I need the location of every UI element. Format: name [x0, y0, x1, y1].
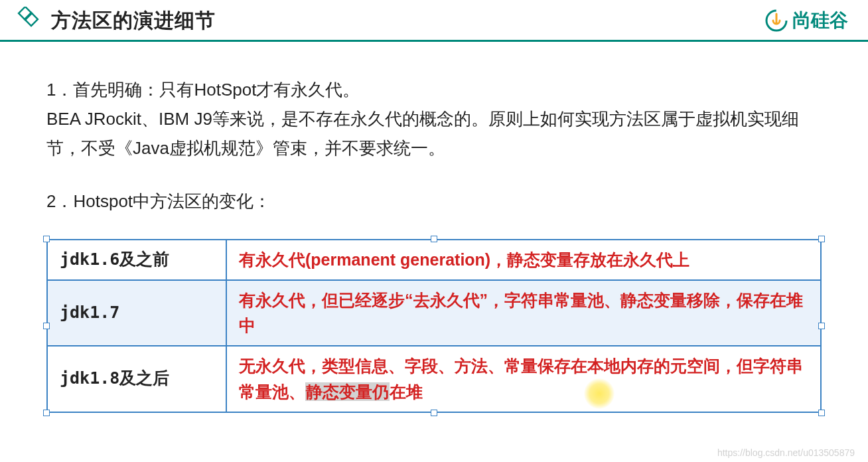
cell-desc: 有永久代，但已经逐步“去永久代”，字符串常量池、静态变量移除，保存在堆中: [226, 280, 821, 346]
para1-line1: 1．首先明确：只有HotSpot才有永久代。: [46, 80, 360, 100]
paragraph-2: 2．Hotspot中方法区的变化：: [46, 187, 822, 216]
selection-handle[interactable]: [818, 236, 825, 242]
brand-logo: 尚硅谷: [764, 8, 848, 33]
selection-handle[interactable]: [818, 410, 825, 416]
selection-handle[interactable]: [43, 236, 50, 242]
version-table[interactable]: jdk1.6及之前 有永久代(permanent generation)，静态变…: [46, 239, 822, 413]
logo-text: 尚硅谷: [792, 8, 848, 33]
selection-handle[interactable]: [43, 410, 50, 416]
table-row: jdk1.6及之前 有永久代(permanent generation)，静态变…: [47, 240, 821, 280]
selection-handle[interactable]: [431, 410, 437, 416]
slide-header: 方法区的演进细节 尚硅谷: [0, 0, 868, 42]
desc-suffix: 在堆: [390, 382, 423, 401]
table-row: jdk1.8及之后 无永久代，类型信息、字段、方法、常量保存在本地内存的元空间，…: [47, 346, 821, 412]
paragraph-1: 1．首先明确：只有HotSpot才有永久代。 BEA JRockit、IBM J…: [46, 75, 822, 163]
slide-title: 方法区的演进细节: [51, 7, 216, 35]
version-table-wrap: jdk1.6及之前 有永久代(permanent generation)，静态变…: [46, 239, 822, 413]
diamond-icon: [13, 7, 41, 35]
slide-body: 1．首先明确：只有HotSpot才有永久代。 BEA JRockit、IBM J…: [0, 42, 868, 426]
watermark: https://blog.csdn.net/u013505879: [717, 447, 855, 458]
cell-version: jdk1.8及之后: [47, 346, 226, 412]
cell-desc: 无永久代，类型信息、字段、方法、常量保存在本地内存的元空间，但字符串常量池、静态…: [226, 346, 821, 412]
selection-handle[interactable]: [818, 323, 825, 329]
table-row: jdk1.7 有永久代，但已经逐步“去永久代”，字符串常量池、静态变量移除，保存…: [47, 280, 821, 346]
cell-version: jdk1.7: [47, 280, 226, 346]
para1-line2: BEA JRockit、IBM J9等来说，是不存在永久代的概念的。原则上如何实…: [46, 109, 799, 158]
header-left: 方法区的演进细节: [13, 7, 216, 35]
selection-handle[interactable]: [431, 236, 437, 242]
text-selection: 静态变量仍: [305, 382, 390, 401]
cell-desc: 有永久代(permanent generation)，静态变量存放在永久代上: [226, 240, 821, 280]
logo-icon: [764, 9, 788, 33]
selection-handle[interactable]: [43, 323, 50, 329]
cell-version: jdk1.6及之前: [47, 240, 226, 280]
